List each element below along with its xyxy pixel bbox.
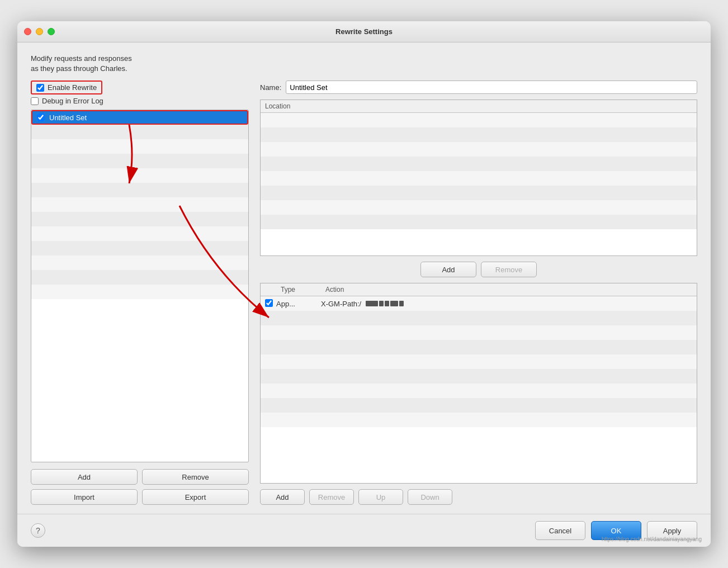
- rule-type: App...: [276, 300, 321, 308]
- rules-table: Type Action App... X-GM-Path:/: [260, 283, 697, 484]
- empty-rule-row: [261, 384, 697, 398]
- name-input[interactable]: [286, 81, 697, 94]
- minimize-button[interactable]: [36, 28, 43, 35]
- maximize-button[interactable]: [48, 28, 55, 35]
- watermark: https://blog.csdn.net/dandainiayangyang: [602, 536, 702, 542]
- enable-rewrite-highlight: Enable Rewrite: [31, 81, 102, 94]
- empty-set-row: [31, 139, 248, 154]
- rule-action: X-GM-Path:/: [321, 300, 692, 308]
- empty-rule-row: [261, 325, 697, 340]
- redacted-block-5: [399, 301, 404, 306]
- rule-row[interactable]: App... X-GM-Path:/: [261, 296, 697, 311]
- empty-set-row: [31, 255, 248, 270]
- description-line2: as they pass through Charles.: [31, 64, 127, 73]
- set-item[interactable]: Untitled Set: [31, 110, 248, 125]
- empty-location-row: [261, 200, 697, 215]
- action-text-prefix: X-GM-Path:/: [321, 300, 363, 308]
- left-panel-buttons: Add Remove Import Export: [31, 469, 249, 505]
- empty-location-row: [261, 186, 697, 200]
- action-redacted-blocks: [366, 301, 404, 306]
- location-table: Location: [260, 100, 697, 256]
- traffic-lights: [24, 28, 55, 35]
- empty-set-row: [31, 241, 248, 255]
- empty-set-row: [31, 285, 248, 299]
- rules-col-action-header: Action: [325, 286, 692, 294]
- rules-buttons: Add Remove Up Down: [260, 489, 697, 505]
- empty-set-row: [31, 197, 248, 212]
- redacted-block-2: [379, 301, 384, 306]
- location-header: Location: [261, 100, 697, 113]
- rules-header-checkbox-space: [265, 286, 281, 294]
- main-content: Modify requests and responses as they pa…: [17, 42, 711, 514]
- empty-location-row: [261, 171, 697, 186]
- body-layout: Enable Rewrite Debug in Error Log U: [31, 81, 697, 505]
- add-location-button[interactable]: Add: [420, 262, 476, 277]
- right-panel: Name: Location: [260, 81, 697, 505]
- sets-list: Untitled Set: [31, 110, 248, 299]
- location-rows: [261, 113, 697, 229]
- remove-location-button[interactable]: Remove: [481, 262, 537, 277]
- rules-table-header: Type Action: [261, 283, 697, 296]
- close-button[interactable]: [24, 28, 31, 35]
- help-button[interactable]: ?: [31, 523, 45, 538]
- name-label: Name:: [260, 83, 281, 92]
- down-rule-button[interactable]: Down: [408, 489, 452, 505]
- enable-rewrite-row: Enable Rewrite: [36, 83, 97, 92]
- empty-rule-row: [261, 413, 697, 427]
- empty-location-row: [261, 215, 697, 229]
- enable-rewrite-checkbox[interactable]: [36, 84, 44, 92]
- rule-checkbox-cell: [265, 299, 276, 309]
- export-set-button[interactable]: Export: [142, 489, 249, 505]
- empty-set-row: [31, 226, 248, 241]
- add-rule-button[interactable]: Add: [260, 489, 305, 505]
- empty-set-row: [31, 168, 248, 183]
- description-line1: Modify requests and responses: [31, 54, 132, 63]
- description: Modify requests and responses as they pa…: [31, 54, 697, 74]
- redacted-block-1: [366, 301, 378, 306]
- window-title: Rewrite Settings: [335, 27, 393, 36]
- import-set-button[interactable]: Import: [31, 489, 138, 505]
- add-set-button[interactable]: Add: [31, 469, 138, 485]
- set-item-checkbox[interactable]: [37, 113, 45, 121]
- rewrite-settings-window: Rewrite Settings Modify requests and res…: [17, 21, 711, 547]
- empty-set-row: [31, 183, 248, 197]
- location-buttons: Add Remove: [260, 262, 697, 277]
- redacted-block-4: [390, 301, 398, 306]
- empty-rule-row: [261, 354, 697, 369]
- rules-rows: App... X-GM-Path:/: [261, 296, 697, 427]
- remove-rule-button[interactable]: Remove: [309, 489, 354, 505]
- empty-rule-row: [261, 369, 697, 384]
- sets-list-container: Untitled Set: [31, 110, 249, 462]
- debug-error-log-checkbox[interactable]: [31, 97, 39, 105]
- empty-set-row: [31, 125, 248, 139]
- empty-set-row: [31, 212, 248, 226]
- checkboxes-area: Enable Rewrite Debug in Error Log: [31, 81, 249, 105]
- empty-location-row: [261, 157, 697, 171]
- empty-location-row: [261, 127, 697, 142]
- debug-error-log-label: Debug in Error Log: [42, 97, 103, 105]
- up-rule-button[interactable]: Up: [358, 489, 403, 505]
- empty-rule-row: [261, 340, 697, 354]
- cancel-button[interactable]: Cancel: [535, 521, 585, 540]
- debug-error-log-row: Debug in Error Log: [31, 97, 249, 105]
- rules-col-type-header: Type: [281, 286, 325, 294]
- redacted-block-3: [385, 301, 389, 306]
- empty-location-row: [261, 142, 697, 157]
- empty-location-row: [261, 113, 697, 127]
- empty-set-row: [31, 270, 248, 285]
- remove-set-button[interactable]: Remove: [142, 469, 249, 485]
- left-panel: Enable Rewrite Debug in Error Log U: [31, 81, 249, 505]
- empty-set-row: [31, 154, 248, 168]
- rule-enabled-checkbox[interactable]: [265, 299, 273, 307]
- name-row: Name:: [260, 81, 697, 94]
- enable-rewrite-label: Enable Rewrite: [48, 83, 97, 92]
- title-bar: Rewrite Settings: [17, 21, 711, 42]
- set-item-name: Untitled Set: [49, 113, 87, 122]
- empty-rule-row: [261, 398, 697, 413]
- empty-rule-row: [261, 311, 697, 325]
